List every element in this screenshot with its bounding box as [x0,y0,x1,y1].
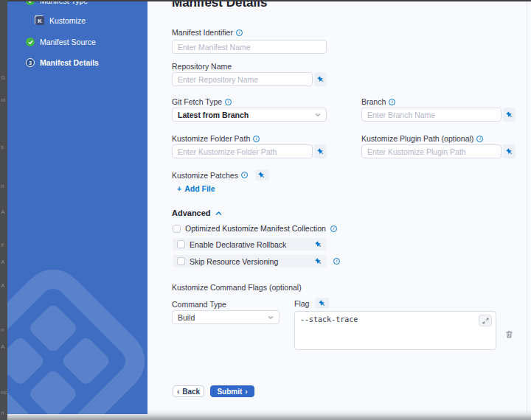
repository-name-label: Repository Name [172,62,232,71]
kustomize-plugin-path-label: Kustomize Plugin Path (optional) i [361,134,483,143]
info-icon[interactable]: i [333,258,340,265]
flag-label: Flag [294,298,329,309]
wizard-stepper-sidebar: Manifest Type K Kustomize Manifest Sourc… [7,1,148,414]
skip-resource-versioning-row: Skip Resource Versioning [173,255,327,267]
forward-arrow-icon: › [245,388,247,396]
info-icon[interactable]: i [389,99,395,105]
chevron-down-icon [268,315,274,321]
skip-resource-versioning-checkbox[interactable] [177,257,185,265]
step-manifest-details[interactable]: 3 Manifest Details [26,58,99,67]
edge-text-fragment: A [1,209,4,215]
add-file-button[interactable]: + Add File [177,184,215,193]
edge-text-fragment: ri [1,410,4,416]
info-icon[interactable]: i [330,225,337,232]
scrollbar-track[interactable] [527,1,527,414]
declarative-rollback-checkbox[interactable] [177,240,185,248]
check-circle-icon [26,1,35,5]
git-fetch-type-label: Git Fetch Type i [172,97,232,106]
page-title: Manifest Details [172,1,267,10]
command-type-select[interactable]: Build [172,310,280,324]
runtime-input-pin-icon[interactable] [255,169,269,181]
step-label: Kustomize [49,16,86,25]
edge-text-fragment: if [1,242,4,248]
kustomize-plugin-path-input[interactable] [361,144,502,158]
step-substep-kustomize[interactable]: K Kustomize [35,16,86,25]
advanced-section-toggle[interactable]: Advanced [172,209,222,217]
branch-label: Branch i [361,97,395,106]
git-fetch-type-select[interactable]: Latest from Branch [172,108,327,122]
kustomize-folder-path-label: Kustomize Folder Path i [172,134,260,143]
branch-input[interactable] [361,108,502,122]
background-page-edge: G ol s n A if A A n A nc ri [0,0,7,420]
kustomize-icon: K [35,16,44,25]
modal-bottom-shadow [7,414,531,420]
submit-button[interactable]: Submit › [210,385,254,397]
delete-icon[interactable] [505,330,513,339]
step-label: Manifest Details [40,58,99,67]
repository-name-input[interactable] [172,72,313,86]
step-number-icon: 3 [26,58,35,67]
command-flags-label: Kustomize Command Flags (optional) [172,283,302,292]
manifest-identifier-label: Manifest Identifier i [172,28,243,37]
back-arrow-icon: ‹ [177,388,179,396]
info-icon[interactable]: i [225,99,232,105]
harness-logo-watermark [7,257,148,414]
runtime-input-pin-icon[interactable] [315,258,322,265]
edge-text-fragment: A [1,259,4,265]
edge-text-fragment: n [1,326,4,333]
runtime-input-pin-icon[interactable] [315,241,322,248]
expand-icon [482,318,489,324]
runtime-input-pin-icon[interactable] [314,144,327,158]
info-icon[interactable]: i [241,172,248,178]
step-manifest-source[interactable]: Manifest Source [26,38,96,46]
optimized-collection-row: Optimized Kustomize Manifest Collection … [173,224,337,233]
runtime-input-pin-icon[interactable] [314,72,327,86]
expand-editor-button[interactable] [479,315,492,326]
edge-text-fragment: G [1,74,5,81]
chevron-down-icon [315,112,321,118]
step-label: Manifest Source [40,38,96,46]
check-circle-icon [26,38,35,46]
info-icon[interactable]: i [253,136,260,142]
manifest-identifier-input[interactable] [172,40,327,54]
runtime-input-pin-icon[interactable] [503,144,516,158]
plus-icon: + [177,184,181,193]
edge-text-fragment: A [1,343,4,350]
runtime-input-pin-icon[interactable] [503,108,516,122]
optimized-collection-checkbox[interactable] [173,225,181,233]
edge-text-fragment: n [1,183,4,189]
edge-text-fragment: s [1,144,4,150]
step-label: Manifest Type [40,1,88,5]
info-icon[interactable]: i [236,29,243,36]
back-button[interactable]: ‹ Back [173,385,204,397]
info-icon[interactable]: i [476,136,483,142]
runtime-input-pin-icon[interactable] [315,298,329,309]
chevron-up-icon [215,210,222,217]
edge-text-fragment: nc [1,389,7,396]
command-type-label: Command Type [172,300,226,309]
kustomize-patches-label: Kustomize Patches i [172,169,269,181]
manifest-details-panel: Manifest Details Manifest Identifier i R… [148,1,531,414]
flag-textarea[interactable]: --stack-trace [294,311,496,350]
step-manifest-type[interactable]: Manifest Type [26,1,88,5]
kustomize-folder-path-input[interactable] [172,144,313,158]
edge-text-fragment: ol [1,97,5,103]
edge-text-fragment: A [1,282,4,289]
declarative-rollback-row: Enable Declarative Rollback [173,238,327,251]
